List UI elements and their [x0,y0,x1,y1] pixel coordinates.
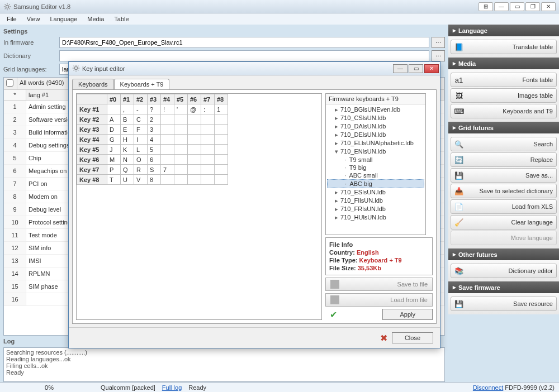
firmware-tree[interactable]: ▸ 710_BGlsUNEven.ldb▸ 710_CSlsUN.ldb▸ 71… [326,104,425,235]
restore-button[interactable]: ❐ [525,2,540,11]
key-cell[interactable]: 1 [215,104,228,114]
key-cell[interactable]: 4 [148,135,161,145]
tree-node[interactable]: · T9 small [327,156,424,164]
menu-language[interactable]: Language [45,15,82,23]
tree-node[interactable]: · ABC small [327,171,424,179]
key-cell[interactable] [161,135,174,145]
key-cell[interactable]: - [134,104,148,114]
key-cell[interactable] [201,114,215,125]
dictionary-browse-button[interactable]: … [432,50,445,61]
key-cell[interactable] [215,165,228,175]
key-cell[interactable] [174,175,188,185]
key-cell[interactable]: F [134,125,148,135]
tree-node[interactable]: ▸ 710_ELlsUNAlphabetic.ldb [327,139,424,147]
key-cell[interactable] [161,145,174,155]
panel-button[interactable]: a1Fonts table [451,73,557,87]
tree-toggle-icon[interactable]: ▸ [334,197,339,204]
key-cell[interactable] [188,114,201,125]
tree-node[interactable]: · ABC big [327,179,424,188]
panel-button[interactable]: ⌨Keyboards and T9 [451,104,557,118]
key-cell[interactable] [188,165,201,175]
tree-toggle-icon[interactable]: ▸ [334,106,339,113]
tree-node[interactable]: ▸ 710_CSlsUN.ldb [327,114,424,122]
key-cell[interactable] [201,125,215,135]
tree-toggle-icon[interactable]: · [343,180,348,187]
close-dialog-button[interactable]: Close [392,332,433,343]
tree-toggle-icon[interactable]: ▸ [334,140,339,147]
key-cell[interactable]: : [201,104,215,114]
key-cell[interactable] [161,175,174,185]
tab-keyboards[interactable]: Keyboards [72,79,114,90]
key-cell[interactable]: I [134,135,148,145]
save-to-file-button[interactable]: Save to file [325,278,433,291]
key-cell[interactable]: 8 [148,175,161,185]
dialog-minimize-button[interactable]: — [393,64,408,73]
key-cell[interactable]: V [134,175,148,185]
tab-keyboards-t9[interactable]: Keyboards + T9 [114,79,170,90]
key-cell[interactable] [201,145,215,155]
status-disconnect-link[interactable]: Disconnect [473,384,503,391]
key-cell[interactable]: M [107,155,121,165]
tree-node[interactable]: ▸ 710_HUlsUN.ldb [327,213,424,222]
key-cell[interactable]: G [107,135,121,145]
key-cell[interactable]: C [134,114,148,125]
key-grid[interactable]: #0#1#2#3#4#5#6#7#8Key #1,-?!'@:1Key #2AB… [76,93,322,320]
key-cell[interactable] [188,155,201,165]
panel-button[interactable]: 💾Save resource [451,297,557,311]
key-cell[interactable] [201,175,215,185]
key-cell[interactable]: 7 [161,165,174,175]
key-cell[interactable]: B [121,114,134,125]
dialog-maximize-button[interactable]: ▭ [409,64,423,73]
menu-view[interactable]: View [22,15,45,23]
key-cell[interactable]: 3 [148,125,161,135]
key-cell[interactable]: R [134,165,148,175]
key-cell[interactable]: E [121,125,134,135]
panel-button[interactable]: 📚Dictionary editor [451,264,557,278]
tree-toggle-icon[interactable]: · [343,172,348,179]
apply-button[interactable]: Apply [382,309,433,320]
key-cell[interactable] [174,145,188,155]
tree-toggle-icon[interactable]: · [343,164,348,171]
key-cell[interactable] [174,125,188,135]
key-cell[interactable]: K [121,145,134,155]
tree-toggle-icon[interactable]: ▸ [334,114,339,122]
close-button[interactable]: ✕ [541,2,556,11]
key-cell[interactable]: J [107,145,121,155]
tree-node[interactable]: · T9 big [327,164,424,171]
firmware-input[interactable] [59,37,429,48]
minimize-button[interactable]: — [494,2,509,11]
dictionary-input[interactable] [59,50,429,61]
tree-toggle-icon[interactable]: ▸ [334,214,339,221]
status-full-log-link[interactable]: Full log [162,384,182,391]
key-cell[interactable]: U [121,175,134,185]
tree-node[interactable]: ▸ 710_FIlsUN.ldb [327,197,424,205]
key-cell[interactable] [107,104,121,114]
tree-toggle-icon[interactable]: ▸ [334,189,339,196]
key-cell[interactable] [215,125,228,135]
key-cell[interactable] [188,145,201,155]
tree-node[interactable]: ▸ 710_FRlsUN.ldb [327,205,424,213]
key-cell[interactable]: ' [174,104,188,114]
panel-button[interactable]: 💾Save as... [451,168,557,183]
unknown-button[interactable]: ⊞ [479,2,493,11]
tree-node[interactable]: ▸ 710_DElsUN.ldb [327,131,424,139]
menu-file[interactable]: File [2,15,21,23]
key-cell[interactable]: Q [121,165,134,175]
tree-toggle-icon[interactable]: · [343,156,348,163]
key-cell[interactable] [215,145,228,155]
key-cell[interactable]: T [107,175,121,185]
tree-toggle-icon[interactable]: ▸ [334,123,339,130]
key-cell[interactable] [201,165,215,175]
key-cell[interactable]: O [134,155,148,165]
key-cell[interactable] [201,135,215,145]
panel-button[interactable]: 🖼Images table [451,88,557,103]
menu-media[interactable]: Media [83,15,108,23]
load-from-file-button[interactable]: Load from file [325,293,433,307]
key-cell[interactable]: ! [161,104,174,114]
firmware-browse-button[interactable]: … [432,37,445,48]
key-cell[interactable]: N [121,155,134,165]
panel-button[interactable]: 📘Translate table [451,40,557,54]
key-cell[interactable]: D [107,125,121,135]
key-cell[interactable] [188,135,201,145]
key-cell[interactable] [174,135,188,145]
